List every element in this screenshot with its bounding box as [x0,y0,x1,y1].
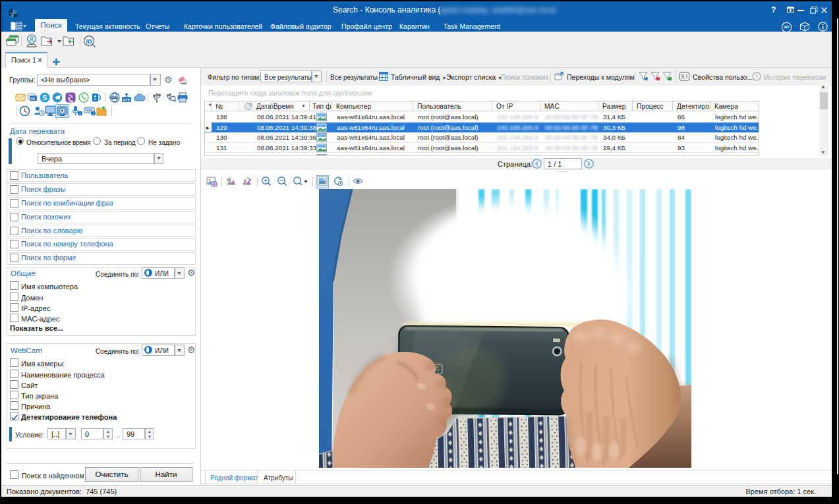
svg-text:API: API [784,25,790,29]
svg-text:FTP: FTP [123,98,130,102]
svg-text:IM: IM [30,97,35,101]
svg-text:HTTP: HTTP [111,96,119,99]
svg-text:ID: ID [86,38,93,45]
svg-text:S: S [43,94,47,101]
